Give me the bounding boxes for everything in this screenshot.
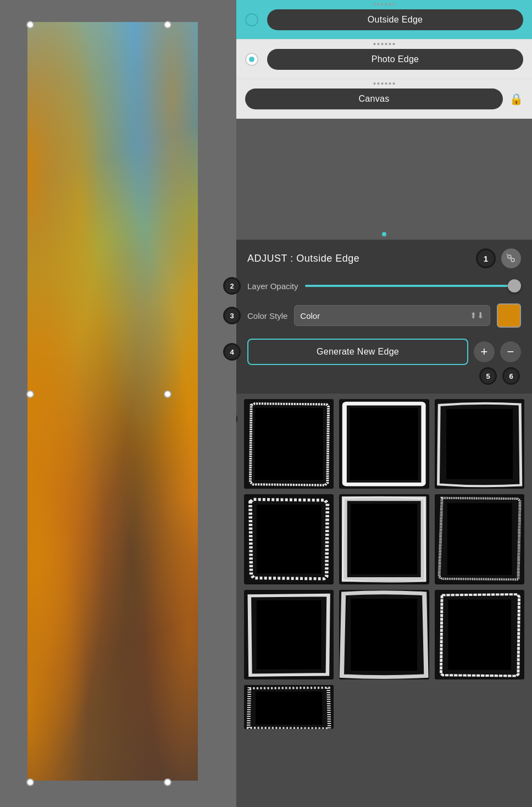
canvas-image (27, 22, 198, 781)
edge-thumbnail-8[interactable] (339, 590, 429, 679)
layer-row-canvas[interactable]: Canvas 🔒 (236, 79, 532, 119)
handle-top-right[interactable] (164, 21, 171, 29)
color-style-value: Color (300, 311, 320, 320)
spacer (236, 119, 532, 229)
canvas-button[interactable]: Canvas (245, 89, 503, 109)
edge-thumbnail-6[interactable] (435, 494, 524, 584)
edge-thumbnail-2[interactable] (339, 399, 429, 489)
edge-thumbnail-10[interactable] (244, 685, 334, 729)
svg-rect-12 (447, 504, 512, 576)
outside-edge-button[interactable]: Outside Edge (267, 9, 523, 30)
handle-bottom-right[interactable] (164, 778, 171, 786)
badge-row: 5 6 (247, 367, 521, 385)
color-style-row: 3 Color Style Color ⬆⬇ (247, 303, 521, 328)
color-style-select[interactable]: Color ⬆⬇ (294, 305, 490, 326)
edge-thumbnail-7[interactable] (244, 590, 334, 679)
edge-thumbnail-1[interactable] (244, 399, 334, 489)
layer-row-outside-edge[interactable]: Outside Edge (236, 0, 532, 40)
svg-rect-14 (257, 600, 322, 669)
step-3-badge: 3 (223, 307, 241, 324)
header-icons: 1 (476, 248, 521, 268)
step-6-badge: 6 (502, 367, 520, 385)
step-1-badge: 1 (476, 248, 496, 268)
edge-thumbnail-3[interactable] (435, 399, 524, 489)
tools-icon-button[interactable] (501, 248, 521, 268)
svg-rect-5 (350, 408, 418, 480)
drag-handle-canvas (374, 82, 395, 85)
generate-row: 4 Generate New Edge + − (247, 339, 521, 365)
adjust-header: ADJUST : Outside Edge 1 (247, 248, 521, 268)
color-style-label: Color Style (247, 311, 287, 320)
adjust-section: ADJUST : Outside Edge 1 2 Layer Opacity (236, 240, 532, 394)
opacity-row: 2 Layer Opacity (247, 279, 521, 292)
chevron-icon: ⬆⬇ (470, 311, 484, 320)
handle-middle-right[interactable] (164, 390, 171, 398)
layer-toggle-outside-edge[interactable] (245, 13, 258, 26)
svg-rect-20 (256, 692, 322, 725)
handle-bottom-left[interactable] (26, 778, 34, 786)
svg-rect-18 (448, 599, 511, 670)
opacity-label: Layer Opacity (247, 281, 298, 291)
image-background (27, 22, 198, 781)
layers-section: Outside Edge Photo Edge Canvas 🔒 (236, 0, 532, 119)
drag-handle-photo (374, 43, 395, 45)
thumbnails-grid (244, 399, 524, 729)
layer-row-photo-edge[interactable]: Photo Edge (236, 40, 532, 79)
edge-paint-overlay (27, 22, 198, 781)
edge-thumbnail-4[interactable] (244, 494, 334, 584)
step-2-badge: 2 (223, 277, 241, 295)
layer-toggle-photo-edge[interactable] (245, 53, 258, 66)
color-swatch[interactable] (497, 303, 521, 328)
edge-thumbnail-5[interactable] (339, 494, 429, 584)
handle-top-left[interactable] (26, 21, 34, 29)
svg-point-1 (511, 258, 514, 262)
generate-new-edge-button[interactable]: Generate New Edge (247, 339, 468, 365)
center-dot-indicator (236, 229, 532, 240)
step-7-badge: 7 (236, 410, 237, 428)
right-panel: Outside Edge Photo Edge Canvas 🔒 (236, 0, 532, 807)
svg-rect-16 (351, 599, 418, 671)
opacity-slider[interactable] (305, 279, 521, 292)
thumbnails-section[interactable]: 7 (236, 394, 532, 807)
canvas-area (0, 0, 236, 807)
drag-handle-outside (374, 3, 395, 5)
handle-middle-left[interactable] (26, 390, 34, 398)
edge-thumbnail-9[interactable] (435, 590, 524, 679)
remove-button[interactable]: − (500, 341, 521, 362)
add-button[interactable]: + (474, 341, 495, 362)
step-4-badge: 4 (223, 343, 241, 361)
opacity-thumb[interactable] (508, 279, 521, 292)
step-5-badge: 5 (479, 367, 497, 385)
adjust-title: ADJUST : Outside Edge (247, 253, 359, 264)
lock-icon: 🔒 (509, 92, 523, 106)
svg-rect-10 (351, 504, 418, 574)
photo-edge-button[interactable]: Photo Edge (267, 49, 523, 70)
svg-rect-8 (257, 505, 322, 573)
